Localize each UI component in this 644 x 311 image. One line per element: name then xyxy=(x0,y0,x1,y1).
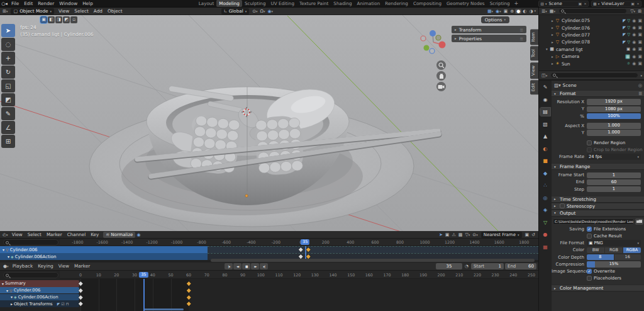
scene-selector[interactable]: ▨▾ Scene ▣× xyxy=(538,1,589,7)
viewport-mode-icon-1[interactable]: ◧ xyxy=(48,16,55,23)
section-header-stereoscopy[interactable]: ▸Stereoscopy xyxy=(552,203,644,210)
channel-summary[interactable]: ▾Summary xyxy=(0,280,79,287)
outliner-row-cylinder-075[interactable]: ▸▽Cylinder.075◤▽◉▣ xyxy=(539,17,644,24)
sidebar-tab-item[interactable]: Item xyxy=(530,29,538,45)
menu-render[interactable]: Render xyxy=(35,0,57,8)
pause-button[interactable]: ▮▮ xyxy=(242,263,250,269)
select-box-tool[interactable]: ➤ xyxy=(1,24,15,37)
workspace-tab-rendering[interactable]: Rendering xyxy=(382,0,411,7)
timeline-scrollbar-thumb[interactable] xyxy=(143,308,184,310)
workspace-tab-layout[interactable]: Layout xyxy=(196,0,216,7)
expand-arrow-icon[interactable]: ▸ xyxy=(550,62,555,65)
chevron-down-icon[interactable]: ▾ xyxy=(3,247,4,252)
dope-menu-key[interactable]: Key xyxy=(88,231,101,239)
outliner-filter-icon[interactable]: ▽▾ xyxy=(629,9,636,14)
workspace-tab-uv-editing[interactable]: UV Editing xyxy=(268,0,297,7)
segment-rgba[interactable]: RGBA xyxy=(623,247,641,254)
pan-button[interactable] xyxy=(436,71,446,81)
channel-cylinder-006action[interactable]: ▾◈Cylinder.006Action xyxy=(0,294,79,301)
proportional-edit-icon[interactable]: ⊙▾ xyxy=(471,232,479,237)
add-cube-tool[interactable]: ⊞ xyxy=(1,135,15,148)
zoom-button[interactable] xyxy=(436,60,446,70)
dope-menu-channel[interactable]: Channel xyxy=(65,231,89,239)
playhead-line[interactable] xyxy=(143,279,145,311)
outliner-row-cylinder-078[interactable]: ▸▽Cylinder.078◤▽◉▣ xyxy=(539,38,644,45)
workspace-tab-sculpting[interactable]: Sculpting xyxy=(242,0,269,7)
segment-rgb[interactable]: RGB xyxy=(605,247,623,254)
proportional-editing-icon[interactable]: ◉▾ xyxy=(266,9,274,14)
annotate-tool[interactable]: ✎ xyxy=(1,107,15,120)
checkbox-crop-to-render-region[interactable] xyxy=(587,147,592,152)
disable-render-icon[interactable]: ▣ xyxy=(638,25,642,30)
modifier-icon[interactable]: ◤ xyxy=(57,302,60,306)
keyframe-60[interactable] xyxy=(187,288,191,292)
section-menu-icon[interactable]: ☰ xyxy=(638,91,642,96)
dope-sheet-ruler[interactable]: -1800-1600-1400-1200-1000-800-600-400-20… xyxy=(60,239,538,246)
value-field[interactable]: 1 xyxy=(587,186,641,193)
open-folder-button[interactable] xyxy=(635,218,643,225)
keyframe-60[interactable] xyxy=(187,302,191,305)
section-checkbox[interactable] xyxy=(560,203,565,208)
workspace-tab-modeling[interactable]: Modeling xyxy=(216,0,242,7)
copy-icon[interactable]: ▣ xyxy=(524,232,531,237)
outliner-display-mode-icon[interactable]: ☰▾ xyxy=(540,9,548,14)
3d-viewport[interactable]: ▣◧◨◩▫ fps: 24 (35) camand ligt | Cylinde… xyxy=(0,15,538,231)
properties-tab-modifiers[interactable]: ◆ xyxy=(540,169,550,178)
dropdown-field[interactable]: 24 fps▾ xyxy=(587,154,641,160)
transform-panel[interactable]: ▸ Transform ☰ xyxy=(452,26,526,33)
value-field[interactable]: 1080 px xyxy=(587,106,641,113)
menu-edit[interactable]: Edit xyxy=(21,0,35,8)
scale-tool[interactable]: ◱ xyxy=(1,79,15,93)
jump-to-end-button[interactable]: ▸| xyxy=(260,263,268,269)
properties-tab-scene[interactable]: ▲ xyxy=(540,132,550,140)
checkbox-placeholders[interactable] xyxy=(587,276,592,281)
timeline-ruler[interactable]: 0102030405060708090100110120130140150160… xyxy=(60,271,538,279)
outliner-row-cylinder-076[interactable]: ▸▽Cylinder.076◤▽◉▣ xyxy=(539,24,644,31)
section-header-format[interactable]: ▾Format☰ xyxy=(552,90,644,97)
expand-arrow-icon[interactable]: ▾ xyxy=(545,47,549,51)
expand-arrow-icon[interactable]: ▸ xyxy=(550,33,555,37)
keyframe-60[interactable] xyxy=(187,281,191,285)
segment-16[interactable]: 16 xyxy=(614,254,641,261)
frame-end-field[interactable]: End 60 xyxy=(505,263,536,269)
viewport-menu-add[interactable]: Add xyxy=(91,8,105,15)
disable-render-icon[interactable]: ▣ xyxy=(638,61,642,66)
remove-viewlayer-icon[interactable]: × xyxy=(636,1,640,6)
dope-menu-marker[interactable]: Marker xyxy=(44,231,65,239)
new-collection-icon[interactable]: ⊞ xyxy=(636,9,643,14)
add-workspace-button[interactable]: + xyxy=(513,1,521,6)
chevron-down-icon[interactable]: ▾ xyxy=(8,254,9,259)
properties-tab-world[interactable]: ◐ xyxy=(540,145,550,153)
checkbox-file-extensions[interactable]: ✓ xyxy=(587,227,592,232)
show-hidden-icon[interactable]: ▣ xyxy=(444,232,451,237)
unlink-scene-icon[interactable]: × xyxy=(584,1,587,6)
output-path-field[interactable]: C:\Users\bolda\Desktop\noodles\Render Lo… xyxy=(553,218,634,225)
mode-selector[interactable]: ▢ Object Mode ▾ xyxy=(11,8,54,14)
copy-scene-icon[interactable]: ▣ xyxy=(578,1,582,6)
dope-menu-select[interactable]: Select xyxy=(25,231,44,239)
workspace-tab-texture-paint[interactable]: Texture Paint xyxy=(297,0,331,7)
sidebar-tab-view[interactable]: View xyxy=(530,62,538,79)
channel-object-transforms[interactable]: ▸Object Transforms◤☑⊓ xyxy=(0,300,79,307)
value-field[interactable]: 1.000 xyxy=(587,123,641,129)
checkbox-cache-result[interactable] xyxy=(587,234,592,239)
checkbox-icon[interactable]: ☑ xyxy=(61,302,64,306)
value-field[interactable]: 1 xyxy=(587,172,641,179)
viewlayer-selector[interactable]: ▩▾ ViewLayer ▣× xyxy=(591,1,641,7)
viewport-menu-view[interactable]: View xyxy=(56,8,72,15)
expand-arrow-icon[interactable]: ▸ xyxy=(550,55,555,59)
value-field[interactable]: 60 xyxy=(587,179,641,186)
chevron-down-icon[interactable]: ▾ xyxy=(2,281,4,286)
menu-help[interactable]: Help xyxy=(80,0,96,8)
viewport-mode-icon-4[interactable]: ▫ xyxy=(70,16,77,23)
jump-to-start-button[interactable]: |◂ xyxy=(225,263,233,269)
timeline-menu-playback[interactable]: Playback xyxy=(10,263,36,270)
outliner-collection-icon[interactable]: ▦▾ xyxy=(548,9,557,14)
hide-eye-icon[interactable]: ◉ xyxy=(632,61,636,66)
properties-tab-particles[interactable]: ∴ xyxy=(540,181,550,189)
hide-eye-icon[interactable]: ◉ xyxy=(632,54,636,59)
segment-8[interactable]: 8 xyxy=(587,254,614,261)
viewport-mode-icon-0[interactable]: ▣ xyxy=(40,16,47,23)
workspace-tab-animation[interactable]: Animation xyxy=(355,0,383,7)
disable-render-icon[interactable]: ▣ xyxy=(638,32,642,37)
